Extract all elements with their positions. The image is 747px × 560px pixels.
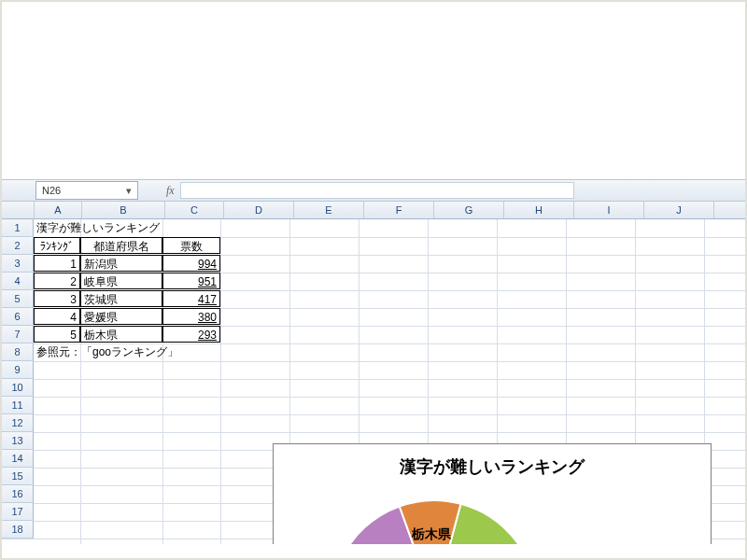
column-header-A[interactable]: A (35, 202, 82, 218)
spreadsheet-grid[interactable]: 123456789101112131415161718 漢字が難しいランキングﾗ… (2, 219, 745, 544)
column-header-C[interactable]: C (165, 202, 224, 218)
row-header-11[interactable]: 11 (2, 397, 34, 414)
cell[interactable]: 参照元：「gooランキング」 (34, 343, 258, 360)
cell[interactable]: 293 (162, 326, 220, 343)
excel-window: N26 ▾ fx ABCDEFGHIJ 12345678910111213141… (0, 0, 747, 560)
cell[interactable]: 951 (162, 273, 220, 289)
cell[interactable]: 新潟県 (80, 255, 162, 272)
column-header-I[interactable]: I (574, 202, 644, 218)
cell[interactable]: 417 (162, 290, 220, 307)
row-header-13[interactable]: 13 (2, 432, 34, 450)
cell[interactable]: 2 (34, 273, 80, 289)
cell[interactable]: 都道府県名 (80, 237, 162, 254)
column-header-J[interactable]: J (644, 202, 714, 218)
row-header-14[interactable]: 14 (2, 450, 34, 468)
row-header-7[interactable]: 7 (2, 326, 34, 343)
cell[interactable]: 票数 (162, 237, 220, 254)
column-header-D[interactable]: D (224, 202, 294, 218)
cell[interactable]: 1 (34, 255, 80, 272)
row-header-17[interactable]: 17 (2, 503, 34, 521)
row-header-18[interactable]: 18 (2, 521, 34, 539)
name-box[interactable]: N26 ▾ (35, 181, 138, 200)
row-header-1[interactable]: 1 (2, 219, 34, 237)
formula-input[interactable] (180, 182, 574, 199)
row-header-3[interactable]: 3 (2, 255, 34, 273)
cell[interactable]: ﾗﾝｷﾝｸﾞ (34, 237, 80, 254)
cell[interactable]: 3 (34, 290, 80, 307)
row-header-15[interactable]: 15 (2, 468, 34, 485)
chart-title: 漢字が難しいランキング (274, 455, 711, 478)
row-headers: 123456789101112131415161718 (2, 219, 34, 539)
fx-icon[interactable]: fx (166, 184, 175, 198)
cell[interactable]: 愛媛県 (80, 308, 162, 325)
column-header-B[interactable]: B (82, 202, 165, 218)
row-header-6[interactable]: 6 (2, 308, 34, 326)
cell[interactable]: 380 (162, 308, 220, 325)
formula-bar: N26 ▾ fx (2, 179, 745, 202)
pie-chart[interactable]: 漢字が難しいランキング 新潟県岐阜県茨城県愛媛県栃木県 新潟県岐阜県茨城県愛媛県… (273, 443, 712, 544)
column-header-H[interactable]: H (504, 202, 574, 218)
select-all-corner[interactable] (2, 202, 35, 218)
name-box-dropdown-icon[interactable]: ▾ (126, 185, 132, 197)
row-header-5[interactable]: 5 (2, 290, 34, 308)
row-header-2[interactable]: 2 (2, 237, 34, 255)
row-header-9[interactable]: 9 (2, 361, 34, 379)
cell[interactable]: 4 (34, 308, 80, 325)
cell[interactable]: 漢字が難しいランキング (34, 219, 220, 236)
column-headers: ABCDEFGHIJ (2, 202, 745, 219)
row-header-12[interactable]: 12 (2, 414, 34, 432)
column-header-F[interactable]: F (364, 202, 434, 218)
cell[interactable]: 994 (162, 255, 220, 272)
cell-reference: N26 (42, 185, 61, 196)
column-header-G[interactable]: G (434, 202, 504, 218)
cell[interactable]: 5 (34, 326, 80, 343)
pie-plot: 新潟県岐阜県茨城県愛媛県栃木県 (328, 497, 541, 544)
row-header-8[interactable]: 8 (2, 343, 34, 361)
cell[interactable]: 栃木県 (80, 326, 162, 343)
cell[interactable]: 茨城県 (80, 290, 162, 307)
blank-header-area (2, 2, 745, 179)
cell[interactable]: 岐阜県 (80, 273, 162, 289)
row-header-10[interactable]: 10 (2, 379, 34, 397)
column-header-E[interactable]: E (294, 202, 364, 218)
row-header-4[interactable]: 4 (2, 273, 34, 290)
row-header-16[interactable]: 16 (2, 485, 34, 503)
